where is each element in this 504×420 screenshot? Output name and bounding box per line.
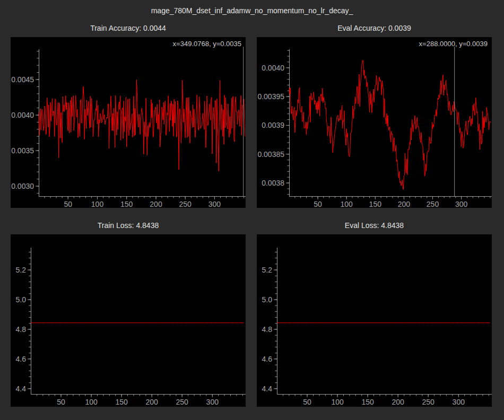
svg-text:200: 200 [392, 398, 405, 406]
chart-title-train-accuracy: Train Accuracy: 0.0044 [11, 23, 246, 33]
axes [286, 49, 492, 199]
cursor-readout-eval-accuracy: x=288.0000, y=0.0039 [419, 40, 488, 48]
train-accuracy-panel: Train Accuracy: 0.0044 50100150200250300… [11, 23, 246, 208]
svg-text:4.6: 4.6 [16, 355, 27, 363]
chart-title-train-loss: Train Loss: 4.8438 [11, 221, 246, 230]
svg-text:0.0040: 0.0040 [11, 111, 34, 119]
series-line [289, 60, 491, 189]
svg-text:300: 300 [453, 398, 465, 406]
svg-text:0.0039: 0.0039 [262, 121, 284, 129]
tick-labels: 501001502002503000.00300.00350.00400.004… [11, 75, 221, 208]
svg-text:0.0030: 0.0030 [11, 182, 34, 190]
svg-text:250: 250 [427, 200, 439, 208]
svg-text:300: 300 [455, 200, 468, 208]
eval-loss-chart[interactable]: 501001502002503004.44.64.85.05.2 [257, 234, 492, 407]
eval-accuracy-panel: Eval Accuracy: 0.0039 501001502002503000… [257, 23, 492, 208]
svg-text:0.0040: 0.0040 [262, 64, 284, 72]
svg-text:200: 200 [398, 200, 411, 208]
svg-text:5.0: 5.0 [262, 295, 273, 304]
svg-text:4.4: 4.4 [262, 384, 273, 393]
svg-text:150: 150 [369, 200, 382, 208]
eval-loss-panel: Eval Loss: 4.8438 501001502002503004.44.… [257, 221, 492, 407]
svg-text:100: 100 [341, 200, 353, 208]
svg-text:300: 300 [206, 398, 219, 406]
cursor-readout-train-accuracy: x=349.0768, y=0.0035 [173, 40, 241, 48]
svg-text:50: 50 [57, 398, 65, 406]
svg-text:250: 250 [422, 398, 435, 406]
svg-text:5.2: 5.2 [16, 266, 27, 274]
svg-text:5.0: 5.0 [16, 295, 27, 304]
run-title: mage_780M_dset_inf_adamw_no_momentum_no_… [0, 6, 504, 15]
svg-text:0.0045: 0.0045 [11, 75, 34, 84]
svg-text:150: 150 [361, 398, 374, 406]
svg-text:0.0038: 0.0038 [262, 179, 284, 187]
svg-text:0.00395: 0.00395 [257, 92, 284, 101]
train-loss-panel: Train Loss: 4.8438 501001502002503004.44… [11, 221, 246, 407]
chart-title-eval-loss: Eval Loss: 4.8438 [257, 221, 492, 230]
train-loss-chart[interactable]: 501001502002503004.44.64.85.05.2 [11, 234, 246, 407]
svg-text:0.00385: 0.00385 [257, 150, 284, 159]
svg-text:4.4: 4.4 [16, 384, 27, 393]
training-dashboard: mage_780M_dset_inf_adamw_no_momentum_no_… [0, 0, 504, 420]
svg-text:4.8: 4.8 [262, 325, 273, 334]
svg-text:150: 150 [120, 200, 133, 208]
axes [28, 248, 246, 397]
svg-text:50: 50 [314, 200, 322, 208]
svg-text:250: 250 [179, 200, 192, 208]
svg-text:4.8: 4.8 [16, 325, 27, 334]
svg-text:150: 150 [115, 398, 128, 406]
tick-labels: 501001502002503004.44.64.85.05.2 [16, 266, 219, 406]
train-accuracy-chart[interactable]: 501001502002503000.00300.00350.00400.004… [11, 37, 246, 208]
svg-text:250: 250 [176, 398, 189, 406]
svg-text:50: 50 [64, 200, 72, 208]
svg-text:5.2: 5.2 [262, 266, 273, 274]
axes [274, 248, 492, 397]
svg-text:200: 200 [146, 398, 159, 406]
svg-text:100: 100 [91, 200, 104, 208]
svg-text:200: 200 [150, 200, 162, 208]
svg-text:4.6: 4.6 [262, 355, 273, 363]
svg-text:100: 100 [85, 398, 98, 406]
svg-text:50: 50 [303, 398, 311, 406]
series-line [39, 80, 245, 171]
chart-title-eval-accuracy: Eval Accuracy: 0.0039 [257, 23, 492, 33]
svg-text:100: 100 [331, 398, 344, 406]
eval-accuracy-chart[interactable]: 501001502002503000.00380.003850.00390.00… [257, 37, 492, 208]
tick-labels: 501001502002503004.44.64.85.05.2 [262, 266, 465, 406]
svg-text:0.0035: 0.0035 [11, 146, 34, 155]
svg-text:300: 300 [208, 200, 221, 208]
